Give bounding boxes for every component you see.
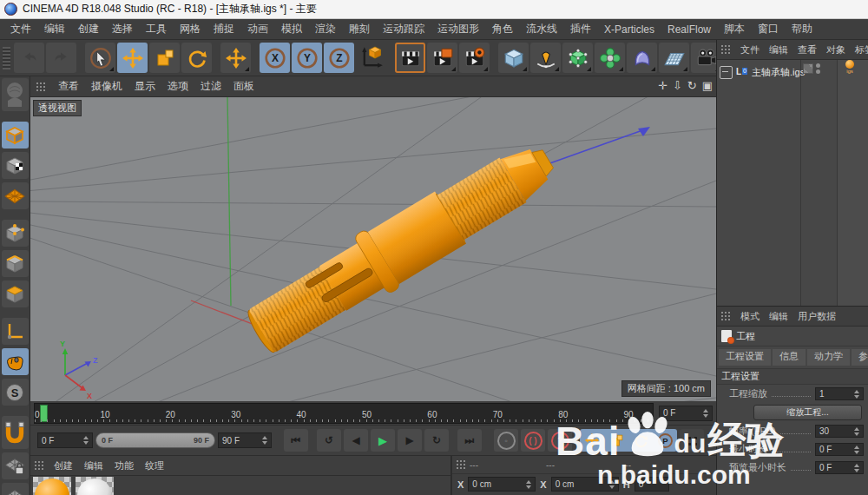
object-manager-menu-item[interactable]: 查看: [798, 43, 817, 56]
object-manager-menu-item[interactable]: 标签: [855, 43, 868, 56]
add-generator-button[interactable]: [562, 43, 593, 73]
workplane-button[interactable]: [2, 483, 29, 495]
timeline-ruler[interactable]: 0102030405060708090: [34, 403, 654, 424]
key-pla-button[interactable]: [680, 429, 704, 452]
menu-item[interactable]: 运动图形: [437, 22, 479, 36]
menu-item[interactable]: 捕捉: [214, 22, 234, 36]
stepper-icon[interactable]: [83, 436, 89, 445]
panel-grip[interactable]: [456, 459, 466, 470]
material-menu-item[interactable]: 纹理: [145, 459, 164, 472]
viewport-menu-item[interactable]: 查看: [58, 79, 79, 94]
workplane-mode-button[interactable]: [2, 182, 29, 209]
add-primitive-button[interactable]: [498, 43, 529, 73]
points-mode-button[interactable]: [2, 220, 29, 247]
menu-item[interactable]: 流水线: [526, 22, 557, 36]
rotate-tool-button[interactable]: [181, 43, 212, 73]
rotate-view-icon[interactable]: ↻: [687, 78, 697, 94]
render-view-button[interactable]: [395, 43, 425, 73]
object-manager-body[interactable]: L 0 主轴承轴.igs igs: [717, 60, 868, 307]
add-spline-button[interactable]: [530, 43, 561, 73]
polygons-mode-button[interactable]: [2, 280, 29, 307]
menu-item[interactable]: 选择: [112, 22, 133, 36]
position-x-field[interactable]: 0 cm: [468, 477, 536, 492]
stepper-icon[interactable]: [609, 480, 615, 489]
viewport-menu-item[interactable]: 面板: [233, 79, 254, 94]
panel-grip[interactable]: [720, 44, 731, 55]
section-header[interactable]: 工程设置: [717, 368, 868, 385]
attribute-menu-item[interactable]: 模式: [740, 310, 760, 323]
goto-start-button[interactable]: ⏮: [284, 429, 308, 452]
panel-grip[interactable]: [34, 460, 44, 471]
stepper-icon[interactable]: [262, 436, 267, 445]
magnet-button[interactable]: [2, 416, 29, 449]
viewport-menu-item[interactable]: 显示: [135, 79, 155, 94]
stepper-icon[interactable]: [854, 427, 859, 436]
fps-field[interactable]: 30: [815, 425, 864, 438]
attribute-menu-item[interactable]: 编辑: [769, 310, 788, 323]
last-tool-button[interactable]: [220, 43, 251, 73]
play-button[interactable]: ▶: [371, 429, 395, 452]
object-name[interactable]: 主轴承轴.igs: [752, 66, 805, 79]
toolbar-grip[interactable]: [3, 47, 10, 69]
coordinate-system-button[interactable]: [356, 43, 386, 73]
project-scale-field[interactable]: 1: [815, 387, 864, 400]
menu-item[interactable]: 运动跟踪: [383, 22, 424, 36]
frame-range-slider[interactable]: 0 F 90 F: [95, 432, 215, 448]
key-parameter-button[interactable]: P: [653, 429, 677, 452]
stepper-icon[interactable]: [854, 446, 859, 454]
key-position-button[interactable]: [580, 429, 604, 452]
snap-button[interactable]: S: [2, 379, 29, 406]
undo-button[interactable]: [14, 43, 44, 73]
add-deformer-button[interactable]: [627, 43, 657, 73]
material-thumbnail-orange[interactable]: [33, 477, 71, 495]
current-frame-field[interactable]: 0 F: [659, 406, 713, 421]
material-menu-item[interactable]: 创建: [54, 459, 73, 472]
make-editable-button[interactable]: [2, 78, 29, 111]
menu-item[interactable]: X-Particles: [604, 23, 654, 36]
lock-x-button[interactable]: X: [260, 43, 290, 73]
scale-tool-button[interactable]: [149, 43, 180, 73]
min-length-field[interactable]: 0 F: [815, 443, 864, 456]
attribute-tab[interactable]: 信息: [773, 349, 806, 366]
menu-item[interactable]: 文件: [10, 22, 31, 36]
stepper-icon[interactable]: [854, 464, 859, 472]
loop-button[interactable]: ↻: [424, 429, 449, 452]
menu-item[interactable]: 窗口: [758, 22, 779, 36]
texture-mode-button[interactable]: [2, 152, 29, 179]
end-frame-field[interactable]: 90 F: [218, 432, 272, 448]
live-selection-button[interactable]: [85, 43, 115, 73]
viewport-menu-grip[interactable]: [36, 82, 46, 92]
axis-mode-button[interactable]: [2, 318, 29, 345]
attribute-tab[interactable]: 工程设置: [719, 349, 771, 366]
panel-grip[interactable]: [720, 311, 731, 321]
menu-item[interactable]: 编辑: [44, 22, 65, 36]
object-manager-menu-item[interactable]: 编辑: [769, 43, 788, 56]
viewport-menu-item[interactable]: 选项: [168, 79, 188, 94]
redo-button[interactable]: [46, 43, 76, 73]
stepper-icon[interactable]: [703, 409, 708, 418]
menu-item[interactable]: 模拟: [281, 22, 302, 36]
attribute-menu-item[interactable]: 用户数据: [798, 310, 836, 323]
object-manager-menu-item[interactable]: 对象: [826, 43, 845, 56]
material-thumbnail-white[interactable]: [76, 477, 114, 495]
edges-mode-button[interactable]: [2, 250, 29, 277]
viewport-menu-item[interactable]: 过滤: [201, 79, 221, 94]
visibility-dots-icon[interactable]: [816, 63, 820, 74]
scale-project-button[interactable]: 缩放工程...: [753, 405, 862, 420]
add-modeling-button[interactable]: [595, 43, 625, 73]
menu-item[interactable]: 动画: [247, 22, 268, 36]
material-menu-item[interactable]: 功能: [115, 459, 134, 472]
workplane-lock-button[interactable]: [2, 452, 29, 479]
render-settings-button[interactable]: [459, 43, 490, 73]
viewport[interactable]: Y Z X 查看摄像机显示选项过滤面板 ✛ ⇩ ↻ ▣ 透视视图 网格间距 : …: [30, 76, 716, 401]
model-mode-button[interactable]: [2, 122, 29, 148]
menu-item[interactable]: 雕刻: [349, 22, 370, 36]
size-x-field[interactable]: 0 cm: [551, 477, 619, 492]
mouse-mode-button[interactable]: [2, 348, 29, 375]
visibility-toggles[interactable]: [803, 60, 832, 77]
keyframe-selection-button[interactable]: ?: [548, 429, 572, 452]
attribute-tab[interactable]: 参数: [852, 349, 868, 366]
menu-item[interactable]: 角色: [492, 22, 513, 36]
lock-z-button[interactable]: Z: [324, 43, 354, 73]
expand-icon[interactable]: [720, 66, 733, 79]
